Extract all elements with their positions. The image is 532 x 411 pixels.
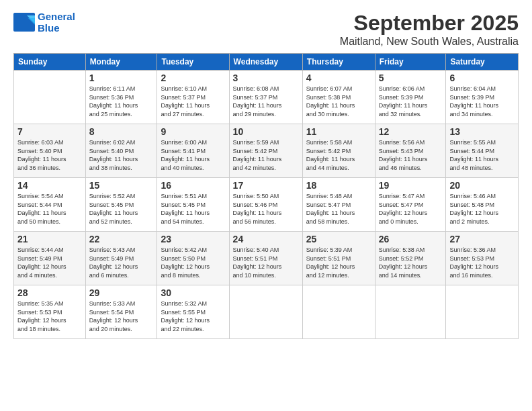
- day-info: Sunrise: 5:33 AM Sunset: 5:54 PM Dayligh…: [89, 300, 154, 333]
- day-info: Sunrise: 6:11 AM Sunset: 5:36 PM Dayligh…: [89, 85, 154, 118]
- day-info: Sunrise: 5:35 AM Sunset: 5:53 PM Dayligh…: [17, 300, 82, 333]
- day-number: 7: [17, 126, 82, 137]
- calendar-cell: [302, 285, 375, 339]
- day-header-friday: Friday: [375, 54, 446, 71]
- day-number: 30: [161, 287, 225, 298]
- day-header-saturday: Saturday: [446, 54, 519, 71]
- day-info: Sunrise: 5:39 AM Sunset: 5:51 PM Dayligh…: [306, 246, 371, 279]
- day-info: Sunrise: 5:32 AM Sunset: 5:55 PM Dayligh…: [161, 300, 225, 333]
- day-info: Sunrise: 6:02 AM Sunset: 5:40 PM Dayligh…: [89, 138, 154, 172]
- day-number: 18: [306, 180, 371, 191]
- calendar-cell: 16Sunrise: 5:51 AM Sunset: 5:45 PM Dayli…: [157, 178, 229, 232]
- day-info: Sunrise: 5:42 AM Sunset: 5:50 PM Dayligh…: [161, 246, 225, 279]
- day-number: 15: [89, 180, 154, 191]
- day-info: Sunrise: 5:44 AM Sunset: 5:49 PM Dayligh…: [17, 246, 82, 279]
- day-number: 3: [233, 73, 299, 83]
- day-info: Sunrise: 5:46 AM Sunset: 5:48 PM Dayligh…: [449, 192, 515, 226]
- day-number: 21: [17, 234, 82, 244]
- calendar-cell: 26Sunrise: 5:38 AM Sunset: 5:52 PM Dayli…: [375, 232, 446, 285]
- calendar-cell: 18Sunrise: 5:48 AM Sunset: 5:47 PM Dayli…: [302, 178, 375, 232]
- calendar-cell: 29Sunrise: 5:33 AM Sunset: 5:54 PM Dayli…: [85, 285, 157, 339]
- day-info: Sunrise: 6:06 AM Sunset: 5:39 PM Dayligh…: [379, 85, 443, 118]
- calendar-cell: 28Sunrise: 5:35 AM Sunset: 5:53 PM Dayli…: [14, 285, 86, 339]
- calendar-cell: 5Sunrise: 6:06 AM Sunset: 5:39 PM Daylig…: [375, 71, 446, 124]
- day-info: Sunrise: 5:48 AM Sunset: 5:47 PM Dayligh…: [306, 192, 371, 226]
- day-info: Sunrise: 5:55 AM Sunset: 5:44 PM Dayligh…: [449, 138, 515, 172]
- calendar-cell: 1Sunrise: 6:11 AM Sunset: 5:36 PM Daylig…: [85, 71, 157, 124]
- calendar-body: 1Sunrise: 6:11 AM Sunset: 5:36 PM Daylig…: [14, 71, 519, 339]
- day-number: 27: [449, 234, 515, 244]
- day-number: 23: [161, 234, 225, 244]
- calendar-cell: 21Sunrise: 5:44 AM Sunset: 5:49 PM Dayli…: [14, 232, 86, 285]
- calendar-cell: 6Sunrise: 6:04 AM Sunset: 5:39 PM Daylig…: [446, 71, 519, 124]
- day-header-tuesday: Tuesday: [157, 54, 229, 71]
- calendar-table: SundayMondayTuesdayWednesdayThursdayFrid…: [13, 53, 519, 339]
- calendar-cell: 11Sunrise: 5:58 AM Sunset: 5:42 PM Dayli…: [302, 124, 375, 178]
- calendar-cell: 30Sunrise: 5:32 AM Sunset: 5:55 PM Dayli…: [157, 285, 229, 339]
- week-row-1: 7Sunrise: 6:03 AM Sunset: 5:40 PM Daylig…: [14, 124, 519, 178]
- calendar-cell: [14, 71, 86, 124]
- day-number: 20: [449, 180, 515, 191]
- calendar-cell: 24Sunrise: 5:40 AM Sunset: 5:51 PM Dayli…: [229, 232, 302, 285]
- calendar-cell: 14Sunrise: 5:54 AM Sunset: 5:44 PM Dayli…: [14, 178, 86, 232]
- day-info: Sunrise: 6:03 AM Sunset: 5:40 PM Dayligh…: [17, 138, 82, 172]
- day-number: 25: [306, 234, 371, 244]
- week-row-4: 28Sunrise: 5:35 AM Sunset: 5:53 PM Dayli…: [14, 285, 519, 339]
- calendar-cell: 4Sunrise: 6:07 AM Sunset: 5:38 PM Daylig…: [302, 71, 375, 124]
- day-number: 13: [449, 126, 515, 137]
- calendar-cell: 3Sunrise: 6:08 AM Sunset: 5:37 PM Daylig…: [229, 71, 302, 124]
- day-number: 11: [306, 126, 371, 137]
- calendar-cell: 12Sunrise: 5:56 AM Sunset: 5:43 PM Dayli…: [375, 124, 446, 178]
- calendar-cell: [229, 285, 302, 339]
- day-number: 14: [17, 180, 82, 191]
- day-info: Sunrise: 5:47 AM Sunset: 5:47 PM Dayligh…: [379, 192, 443, 226]
- day-number: 10: [233, 126, 299, 137]
- calendar-cell: 23Sunrise: 5:42 AM Sunset: 5:50 PM Dayli…: [157, 232, 229, 285]
- calendar-cell: 25Sunrise: 5:39 AM Sunset: 5:51 PM Dayli…: [302, 232, 375, 285]
- day-number: 5: [379, 73, 443, 83]
- day-header-wednesday: Wednesday: [229, 54, 302, 71]
- day-info: Sunrise: 5:59 AM Sunset: 5:42 PM Dayligh…: [233, 138, 299, 172]
- title-block: September 2025 Maitland, New South Wales…: [340, 11, 519, 48]
- logo-text: General Blue: [38, 11, 75, 34]
- calendar-cell: 22Sunrise: 5:43 AM Sunset: 5:49 PM Dayli…: [85, 232, 157, 285]
- day-info: Sunrise: 5:58 AM Sunset: 5:42 PM Dayligh…: [306, 138, 371, 172]
- calendar-cell: 8Sunrise: 6:02 AM Sunset: 5:40 PM Daylig…: [85, 124, 157, 178]
- day-info: Sunrise: 6:08 AM Sunset: 5:37 PM Dayligh…: [233, 85, 299, 118]
- day-number: 28: [17, 287, 82, 298]
- week-row-0: 1Sunrise: 6:11 AM Sunset: 5:36 PM Daylig…: [14, 71, 519, 124]
- day-header-monday: Monday: [85, 54, 157, 71]
- day-number: 1: [89, 73, 154, 83]
- calendar-cell: 13Sunrise: 5:55 AM Sunset: 5:44 PM Dayli…: [446, 124, 519, 178]
- day-info: Sunrise: 6:00 AM Sunset: 5:41 PM Dayligh…: [161, 138, 225, 172]
- week-row-2: 14Sunrise: 5:54 AM Sunset: 5:44 PM Dayli…: [14, 178, 519, 232]
- page: General Blue September 2025 Maitland, Ne…: [0, 0, 532, 411]
- calendar-cell: 27Sunrise: 5:36 AM Sunset: 5:53 PM Dayli…: [446, 232, 519, 285]
- day-info: Sunrise: 6:07 AM Sunset: 5:38 PM Dayligh…: [306, 85, 371, 118]
- week-row-3: 21Sunrise: 5:44 AM Sunset: 5:49 PM Dayli…: [14, 232, 519, 285]
- day-info: Sunrise: 5:50 AM Sunset: 5:46 PM Dayligh…: [233, 192, 299, 226]
- calendar-cell: 17Sunrise: 5:50 AM Sunset: 5:46 PM Dayli…: [229, 178, 302, 232]
- day-info: Sunrise: 5:51 AM Sunset: 5:45 PM Dayligh…: [161, 192, 225, 226]
- days-header-row: SundayMondayTuesdayWednesdayThursdayFrid…: [14, 54, 519, 71]
- day-number: 29: [89, 287, 154, 298]
- month-title: September 2025: [340, 11, 519, 36]
- day-info: Sunrise: 5:54 AM Sunset: 5:44 PM Dayligh…: [17, 192, 82, 226]
- calendar-cell: 10Sunrise: 5:59 AM Sunset: 5:42 PM Dayli…: [229, 124, 302, 178]
- calendar-cell: [375, 285, 446, 339]
- calendar-cell: 15Sunrise: 5:52 AM Sunset: 5:45 PM Dayli…: [85, 178, 157, 232]
- day-info: Sunrise: 5:38 AM Sunset: 5:52 PM Dayligh…: [379, 246, 443, 279]
- day-number: 24: [233, 234, 299, 244]
- calendar-cell: 9Sunrise: 6:00 AM Sunset: 5:41 PM Daylig…: [157, 124, 229, 178]
- day-number: 6: [449, 73, 515, 83]
- day-header-sunday: Sunday: [14, 54, 86, 71]
- day-info: Sunrise: 5:56 AM Sunset: 5:43 PM Dayligh…: [379, 138, 443, 172]
- calendar-cell: [446, 285, 519, 339]
- logo: General Blue: [13, 11, 75, 34]
- day-info: Sunrise: 5:43 AM Sunset: 5:49 PM Dayligh…: [89, 246, 154, 279]
- calendar-cell: 7Sunrise: 6:03 AM Sunset: 5:40 PM Daylig…: [14, 124, 86, 178]
- day-number: 12: [379, 126, 443, 137]
- calendar-cell: 20Sunrise: 5:46 AM Sunset: 5:48 PM Dayli…: [446, 178, 519, 232]
- header: General Blue September 2025 Maitland, Ne…: [13, 11, 519, 48]
- calendar-cell: 19Sunrise: 5:47 AM Sunset: 5:47 PM Dayli…: [375, 178, 446, 232]
